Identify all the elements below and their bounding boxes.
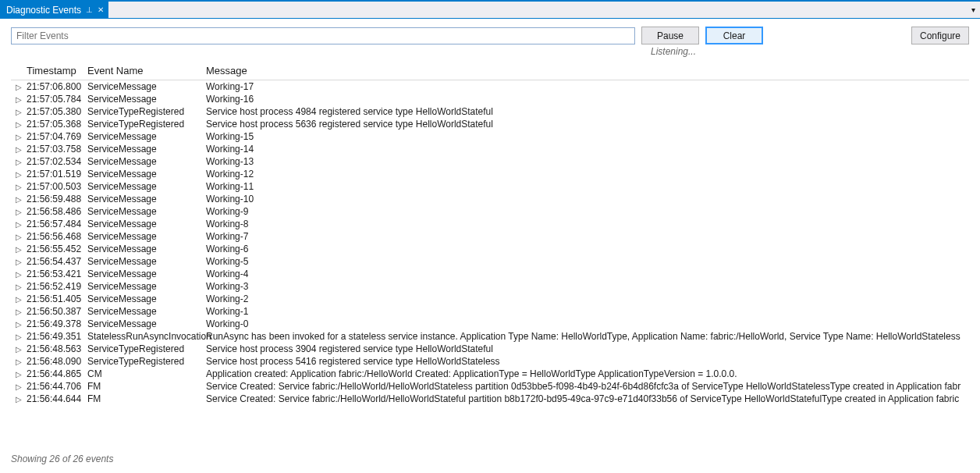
clear-button[interactable]: Clear xyxy=(705,27,763,44)
expand-icon[interactable]: ▷ xyxy=(11,133,27,141)
table-row[interactable]: ▷21:56:55.452ServiceMessageWorking-6 xyxy=(11,243,969,255)
cell-message: Working-9 xyxy=(206,206,969,217)
expand-icon[interactable]: ▷ xyxy=(11,270,27,279)
expand-icon[interactable]: ▷ xyxy=(11,220,27,229)
table-row[interactable]: ▷21:56:49.351StatelessRunAsyncInvocation… xyxy=(11,330,969,343)
expand-icon[interactable]: ▷ xyxy=(11,170,27,179)
expand-icon[interactable]: ▷ xyxy=(11,295,27,304)
expand-icon[interactable]: ▷ xyxy=(11,382,27,391)
cell-timestamp: 21:57:03.758 xyxy=(27,144,87,155)
table-row[interactable]: ▷21:57:03.758ServiceMessageWorking-14 xyxy=(11,143,969,155)
cell-event-name: ServiceMessage xyxy=(87,94,206,105)
cell-event-name: ServiceMessage xyxy=(87,194,206,204)
table-row[interactable]: ▷21:57:02.534ServiceMessageWorking-13 xyxy=(11,155,969,168)
cell-event-name: FM xyxy=(87,393,206,404)
configure-button[interactable]: Configure xyxy=(911,27,969,44)
expand-icon[interactable]: ▷ xyxy=(11,320,27,329)
expand-icon[interactable]: ▷ xyxy=(11,345,27,354)
expand-icon[interactable]: ▷ xyxy=(11,245,27,254)
tab-bar: Diagnostic Events ⊥ ✕ ▾ xyxy=(0,2,980,19)
cell-timestamp: 21:57:05.380 xyxy=(27,106,87,117)
table-row[interactable]: ▷21:56:53.421ServiceMessageWorking-4 xyxy=(11,268,969,280)
table-row[interactable]: ▷21:56:44.706FMService Created: Service … xyxy=(11,380,969,393)
table-row[interactable]: ▷21:56:57.484ServiceMessageWorking-8 xyxy=(11,218,969,230)
cell-message: Working-7 xyxy=(206,231,969,242)
cell-timestamp: 21:56:49.378 xyxy=(27,318,87,329)
cell-message: Working-12 xyxy=(206,169,969,180)
col-header-timestamp[interactable]: Timestamp xyxy=(27,65,87,76)
table-row[interactable]: ▷21:56:52.419ServiceMessageWorking-3 xyxy=(11,280,969,293)
expand-icon[interactable]: ▷ xyxy=(11,357,27,366)
cell-timestamp: 21:56:58.486 xyxy=(27,206,87,217)
expand-icon[interactable]: ▷ xyxy=(11,233,27,241)
col-header-message[interactable]: Message xyxy=(206,65,969,76)
cell-message: Working-11 xyxy=(206,181,969,192)
expand-icon[interactable]: ▷ xyxy=(11,308,27,316)
table-row[interactable]: ▷21:56:58.486ServiceMessageWorking-9 xyxy=(11,205,969,218)
cell-timestamp: 21:57:05.784 xyxy=(27,94,87,105)
cell-message: Service host process 5416 registered ser… xyxy=(206,356,969,367)
expand-icon[interactable]: ▷ xyxy=(11,158,27,166)
cell-message: Working-15 xyxy=(206,131,969,142)
table-row[interactable]: ▷21:56:54.437ServiceMessageWorking-5 xyxy=(11,255,969,268)
cell-message: Working-5 xyxy=(206,256,969,267)
pause-button[interactable]: Pause xyxy=(641,27,699,44)
expand-icon[interactable]: ▷ xyxy=(11,145,27,154)
cell-event-name: ServiceMessage xyxy=(87,318,206,329)
table-row[interactable]: ▷21:57:05.784ServiceMessageWorking-16 xyxy=(11,93,969,105)
expand-icon[interactable]: ▷ xyxy=(11,208,27,216)
table-row[interactable]: ▷21:56:48.090ServiceTypeRegisteredServic… xyxy=(11,355,969,368)
table-row[interactable]: ▷21:56:44.865CMApplication created: Appl… xyxy=(11,368,969,380)
cell-event-name: CM xyxy=(87,368,206,379)
table-row[interactable]: ▷21:56:56.468ServiceMessageWorking-7 xyxy=(11,230,969,243)
cell-message: Working-16 xyxy=(206,94,969,105)
cell-message: Working-1 xyxy=(206,306,969,317)
table-row[interactable]: ▷21:56:44.644FMService Created: Service … xyxy=(11,393,969,405)
table-row[interactable]: ▷21:56:49.378ServiceMessageWorking-0 xyxy=(11,318,969,330)
cell-timestamp: 21:57:00.503 xyxy=(27,181,87,192)
toolbar: Pause Clear Configure xyxy=(0,19,980,46)
table-row[interactable]: ▷21:57:00.503ServiceMessageWorking-11 xyxy=(11,180,969,193)
cell-event-name: ServiceTypeRegistered xyxy=(87,356,206,367)
cell-message: Working-14 xyxy=(206,144,969,155)
table-row[interactable]: ▷21:56:48.563ServiceTypeRegisteredServic… xyxy=(11,343,969,355)
grid-header: Timestamp Event Name Message xyxy=(11,62,969,80)
expand-icon[interactable]: ▷ xyxy=(11,120,27,129)
table-row[interactable]: ▷21:57:05.380ServiceTypeRegisteredServic… xyxy=(11,105,969,118)
cell-event-name: ServiceMessage xyxy=(87,169,206,180)
table-row[interactable]: ▷21:56:51.405ServiceMessageWorking-2 xyxy=(11,293,969,305)
expand-icon[interactable]: ▷ xyxy=(11,283,27,291)
cell-event-name: StatelessRunAsyncInvocation xyxy=(87,331,206,342)
table-row[interactable]: ▷21:57:01.519ServiceMessageWorking-12 xyxy=(11,168,969,180)
table-row[interactable]: ▷21:57:05.368ServiceTypeRegisteredServic… xyxy=(11,118,969,130)
expand-icon[interactable]: ▷ xyxy=(11,370,27,379)
tab-diagnostic-events[interactable]: Diagnostic Events ⊥ ✕ xyxy=(0,2,108,18)
expand-icon[interactable]: ▷ xyxy=(11,195,27,204)
close-icon[interactable]: ✕ xyxy=(98,5,104,14)
cell-message: Service host process 3904 registered ser… xyxy=(206,343,969,354)
cell-timestamp: 21:56:49.351 xyxy=(27,331,87,342)
expand-icon[interactable]: ▷ xyxy=(11,333,27,341)
grid-body[interactable]: ▷21:57:06.800ServiceMessageWorking-17▷21… xyxy=(11,80,969,446)
cell-event-name: ServiceMessage xyxy=(87,293,206,304)
pin-icon[interactable]: ⊥ xyxy=(86,5,93,14)
expand-icon[interactable]: ▷ xyxy=(11,183,27,191)
window-menu-icon[interactable]: ▾ xyxy=(971,5,975,14)
expand-icon[interactable]: ▷ xyxy=(11,108,27,116)
table-row[interactable]: ▷21:57:06.800ServiceMessageWorking-17 xyxy=(11,80,969,93)
cell-message: Working-8 xyxy=(206,219,969,229)
col-header-event-name[interactable]: Event Name xyxy=(87,65,206,76)
expand-icon[interactable]: ▷ xyxy=(11,95,27,104)
expand-icon[interactable]: ▷ xyxy=(11,258,27,266)
table-row[interactable]: ▷21:56:50.387ServiceMessageWorking-1 xyxy=(11,305,969,318)
cell-message: Service Created: Service fabric:/HelloWo… xyxy=(206,393,969,404)
filter-input[interactable] xyxy=(11,27,635,44)
cell-message: Service host process 4984 registered ser… xyxy=(206,106,969,117)
expand-icon[interactable]: ▷ xyxy=(11,395,27,404)
cell-event-name: ServiceTypeRegistered xyxy=(87,343,206,354)
expand-icon[interactable]: ▷ xyxy=(11,83,27,91)
table-row[interactable]: ▷21:57:04.769ServiceMessageWorking-15 xyxy=(11,130,969,143)
cell-timestamp: 21:56:59.488 xyxy=(27,194,87,204)
cell-timestamp: 21:57:06.800 xyxy=(27,81,87,92)
table-row[interactable]: ▷21:56:59.488ServiceMessageWorking-10 xyxy=(11,193,969,205)
